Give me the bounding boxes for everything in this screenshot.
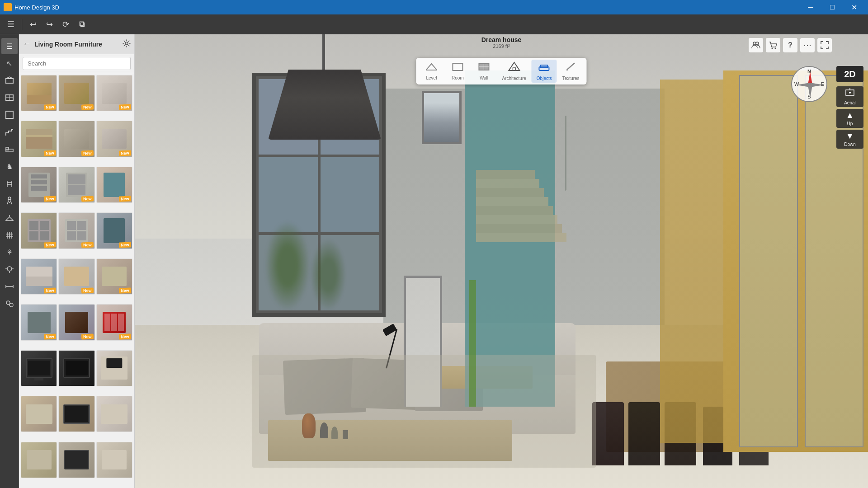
sidebar-item-floor[interactable] [1,72,18,89]
list-item[interactable]: New [21,121,57,157]
minimize-button[interactable]: ─ [800,0,821,14]
list-item[interactable]: New [21,304,57,340]
room-icon [451,62,464,75]
tab-room[interactable]: Room [445,60,470,82]
sidebar-item-chair[interactable] [1,175,18,192]
wall-label: Wall [480,75,488,80]
sidebar-item-cursor[interactable]: ↖ [1,55,18,71]
tab-level[interactable]: Level [419,60,444,82]
aerial-view-button[interactable]: Aerial [836,86,863,107]
sidebar-item-person[interactable] [1,192,18,209]
list-item[interactable] [58,396,94,432]
search-bar [19,54,134,73]
close-button[interactable]: ✕ [844,0,864,14]
list-item[interactable]: New [58,258,94,295]
list-item[interactable]: New [96,121,132,157]
more-icon-btn[interactable]: ⋯ [800,38,815,52]
sidebar-item-plant[interactable]: ⚘ [1,244,18,260]
cabinet-right-2 [660,80,723,443]
refresh-button[interactable]: ⟳ [58,17,73,32]
new-badge: New [44,104,56,110]
project-name: Dream house [481,36,522,43]
new-badge: New [119,196,131,202]
new-badge: New [81,150,94,156]
sidebar-item-hanger[interactable] [1,210,18,226]
tab-textures[interactable]: Textures [558,60,584,83]
list-item[interactable] [21,396,57,432]
list-item[interactable]: New [58,212,94,249]
left-sidebar: ☰ ↖ ♞ ⚘ [0,34,19,488]
list-item[interactable]: New [21,258,57,295]
list-item[interactable]: New [96,167,132,203]
maximize-button[interactable]: □ [822,0,843,14]
list-item[interactable]: New [96,258,132,295]
list-item[interactable]: New [58,121,94,157]
sidebar-item-wall[interactable] [1,89,18,106]
tab-wall[interactable]: Wall [471,60,496,82]
titlebar: Home Design 3D ─ □ ✕ [0,0,868,14]
new-badge: New [44,196,56,202]
list-item[interactable]: New [58,75,94,111]
list-item[interactable] [96,442,132,478]
sidebar-item-group[interactable] [1,296,18,312]
furniture-grid: New New New New New [19,73,134,488]
redo-button[interactable]: ↪ [42,17,57,32]
project-title: Dream house 2169 ft² [481,36,522,49]
list-item[interactable]: New [58,304,94,340]
btn-2d[interactable]: 2D [836,66,863,82]
list-item[interactable] [21,350,57,386]
list-item[interactable]: New [58,167,94,203]
search-input[interactable] [23,57,131,70]
expand-icon-btn[interactable] [817,38,832,52]
svg-point-43 [772,48,773,49]
tab-objects[interactable]: Objects [532,60,557,83]
sidebar-item-bed[interactable] [1,141,18,157]
architecture-icon [508,61,520,75]
tab-architecture[interactable]: Architecture [497,60,530,83]
btn-2d-label: 2D [844,69,856,80]
viewport[interactable]: Dream house 2169 ft² Level Room [135,34,868,488]
new-badge: New [119,287,131,293]
pendant-lamp-cord [322,34,325,70]
list-item[interactable]: New [96,75,132,111]
svg-marker-36 [797,83,811,87]
sidebar-item-fence[interactable] [1,227,18,243]
new-badge: New [81,104,94,110]
view-up-button[interactable]: ▲ Up [836,109,863,128]
help-icon-btn[interactable]: ? [783,38,797,52]
list-item[interactable] [58,442,94,478]
svg-rect-26 [453,63,462,70]
cabinet-glass-2 [739,75,798,447]
sidebar-item-room[interactable] [1,107,18,123]
dining-chair-1 [592,402,624,465]
compass-svg [792,67,828,103]
sidebar-item-menu[interactable]: ☰ [1,38,18,54]
sidebar-item-measure[interactable] [1,278,18,295]
sidebar-item-stairs[interactable] [1,124,18,140]
list-item[interactable] [58,350,94,386]
sidebar-item-light[interactable] [1,261,18,277]
sidebar-item-horse[interactable]: ♞ [1,158,18,174]
settings-button[interactable] [123,39,131,49]
new-badge: New [44,242,56,248]
level-icon [425,62,438,75]
people-icon-btn[interactable] [749,38,763,52]
wall-art-frame [422,91,462,144]
view-down-button[interactable]: ▼ Down [836,130,863,149]
back-button[interactable]: ← [23,39,31,49]
list-item[interactable]: New [21,75,57,111]
list-item[interactable]: New [96,212,132,249]
wall-icon [477,62,490,75]
list-item[interactable]: New [21,167,57,203]
svg-point-15 [7,267,12,271]
list-item[interactable]: New [96,304,132,340]
cart-icon-btn[interactable] [766,38,780,52]
copy-button[interactable]: ⧉ [75,17,89,32]
list-item[interactable] [21,442,57,478]
list-item[interactable]: New [21,212,57,249]
center-toolbar: Level Room Wall Architecture [416,58,586,84]
list-item[interactable] [96,396,132,432]
list-item[interactable] [96,350,132,386]
menu-button[interactable]: ☰ [4,17,18,32]
undo-button[interactable]: ↩ [26,17,40,32]
